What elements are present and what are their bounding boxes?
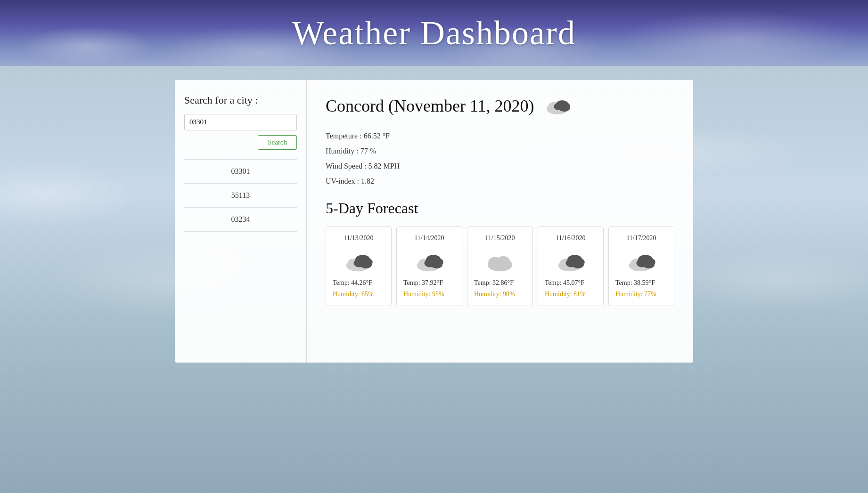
- forecast-icon-1: [333, 248, 385, 274]
- sidebar: Search for a city : Search 03301 55113 0…: [175, 80, 307, 363]
- forecast-card-1: 11/13/2020 Temp: 44.26°F Humidity: 65%: [326, 226, 392, 306]
- forecast-card-2: 11/14/2020 Temp: 37.92°F Humidity: 95%: [396, 226, 462, 306]
- svg-point-27: [573, 261, 584, 268]
- temperature-stat: Tempeture : 66.52 °F: [326, 132, 674, 140]
- forecast-icon-4: [545, 248, 597, 274]
- weather-stats: Tempeture : 66.52 °F Humidity : 77 % Win…: [326, 132, 674, 186]
- uv-index-stat: UV-index : 1.82: [326, 177, 674, 186]
- forecast-temp-1: Temp: 44.26°F: [333, 279, 385, 287]
- forecast-humidity-3: Humidity: 90%: [474, 291, 526, 298]
- history-item-1[interactable]: 03301: [184, 160, 297, 184]
- wind-speed-stat: Wind Speed : 5.82 MPH: [326, 162, 674, 170]
- forecast-date-3: 11/15/2020: [474, 234, 526, 242]
- search-input[interactable]: [184, 114, 297, 130]
- svg-point-12: [360, 261, 372, 268]
- forecast-temp-5: Temp: 38.59°F: [615, 279, 667, 287]
- svg-point-21: [497, 256, 510, 267]
- search-button[interactable]: Search: [258, 135, 297, 150]
- forecast-icon-2: [403, 248, 455, 274]
- svg-point-6: [558, 105, 570, 112]
- forecast-cards: 11/13/2020 Temp: 44.26°F Humidity: 65%: [326, 226, 674, 306]
- search-label: Search for a city :: [184, 94, 297, 106]
- forecast-temp-4: Temp: 45.07°F: [545, 279, 597, 287]
- header: Weather Dashboard: [0, 0, 868, 66]
- page-title: Weather Dashboard: [292, 14, 576, 53]
- main-container: Search for a city : Search 03301 55113 0…: [175, 80, 693, 363]
- history-list: 03301 55113 03234: [184, 159, 297, 232]
- forecast-icon-3: [474, 248, 526, 274]
- city-title: Concord (November 11, 2020): [326, 96, 534, 116]
- forecast-card-4: 11/16/2020 Temp: 45.07°F Humidity: 81%: [538, 226, 604, 306]
- forecast-icon-5: [615, 248, 667, 274]
- forecast-humidity-5: Humidity: 77%: [615, 291, 667, 298]
- forecast-card-3: 11/15/2020 Temp: 32.86°F Humidity: 90%: [467, 226, 533, 306]
- svg-point-33: [643, 261, 655, 268]
- forecast-card-5: 11/17/2020 Temp: 38.59°F Humidity: 77%: [608, 226, 674, 306]
- forecast-temp-3: Temp: 32.86°F: [474, 279, 526, 287]
- forecast-humidity-4: Humidity: 81%: [545, 291, 597, 298]
- forecast-title: 5-Day Forecast: [326, 200, 674, 217]
- main-panel: Concord (November 11, 2020) Tempeture : …: [307, 80, 693, 363]
- city-header: Concord (November 11, 2020): [326, 94, 674, 118]
- forecast-date-5: 11/17/2020: [615, 234, 667, 242]
- forecast-date-2: 11/14/2020: [403, 234, 455, 242]
- forecast-date-1: 11/13/2020: [333, 234, 385, 242]
- humidity-stat: Humidity : 77 %: [326, 147, 674, 155]
- svg-point-18: [431, 261, 443, 268]
- forecast-humidity-1: Humidity: 65%: [333, 291, 385, 298]
- search-btn-row: Search: [184, 135, 297, 150]
- current-weather-icon: [544, 94, 572, 118]
- history-item-3[interactable]: 03234: [184, 208, 297, 232]
- forecast-date-4: 11/16/2020: [545, 234, 597, 242]
- forecast-temp-2: Temp: 37.92°F: [403, 279, 455, 287]
- forecast-humidity-2: Humidity: 95%: [403, 291, 455, 298]
- history-item-2[interactable]: 55113: [184, 184, 297, 208]
